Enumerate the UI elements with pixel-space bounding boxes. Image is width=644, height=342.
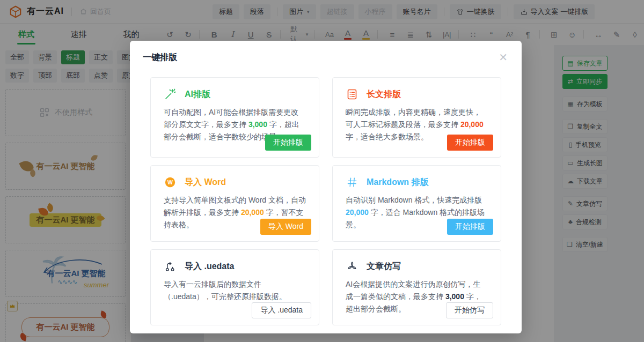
card-description: 导入有一云排版后的数据文件（.uedata），可完整还原排版数据。 [164,278,306,303]
svg-text:W: W [167,179,173,185]
card-title: Markdown 排版 [367,177,429,188]
app-root: 有一云AI 回首页 标题段落图片▾超链接小程序账号名片一键换肤导入文案 一键排版… [0,0,644,342]
card-title: 导入 Word [185,177,226,188]
modal-header: 一键排版 ✕ [130,41,522,71]
modal-card-uedata: 导入 .uedata导入有一云排版后的数据文件（.uedata），可完整还原排版… [150,249,319,325]
close-icon[interactable]: ✕ [495,51,511,64]
modal-card-imitate: 文章仿写AI会根据提供的文案进行伪原创仿写，生成一篇类似的文稿，最多支持 3,0… [332,249,501,325]
imitate-icon [346,260,358,273]
word-limit-value: 20,000 [241,208,264,217]
card-title: 长文排版 [367,89,401,100]
card-header: 导入 .uedata [164,259,306,273]
long-action-button[interactable]: 开始排版 [447,135,493,151]
ai-action-button[interactable]: 开始排版 [265,135,311,151]
card-header: 文章仿写 [346,259,488,273]
word-limit-value: 3,000 [445,292,464,301]
imitate-action-button[interactable]: 开始仿写 [446,302,493,318]
card-title: AI排版 [185,89,210,100]
modal-title: 一键排版 [143,52,177,63]
modal-card-markdown: Markdown 排版自动识别 Markdown 格式，快速完成排版 20,00… [332,165,501,242]
word-icon: W [164,176,177,189]
one-click-layout-modal: 一键排版 ✕ AI排版可自动配图，AI可能会根据排版需要更改部分原文文字，最多支… [130,41,522,333]
modal-card-long: 长文排版瞬间完成排版，内容更精确，速度更快，可人工标记标题及段落，最多支持 20… [332,77,501,158]
card-header: 长文排版 [346,87,488,101]
card-title: 导入 .uedata [185,261,234,272]
word-limit-value: 3,000 [248,120,267,129]
card-header: AI排版 [164,87,306,101]
card-title: 文章仿写 [367,261,401,272]
markdown-action-button[interactable]: 开始排版 [447,219,493,235]
card-header: W导入 Word [164,175,306,189]
word-action-button[interactable]: 导入 Word [260,219,311,235]
word-limit-value: 20,000 [460,120,484,129]
markdown-icon [346,176,358,189]
card-header: Markdown 排版 [346,175,488,189]
uedata-icon [164,260,177,273]
modal-card-word: W导入 Word支持导入简单图文板式的 Word 文档，自动解析并排版，最多支持… [150,165,319,242]
word-limit-value: 20,000 [346,208,369,217]
uedata-action-button[interactable]: 导入 .uedata [252,302,311,318]
ai-icon [164,88,177,101]
modal-card-ai: AI排版可自动配图，AI可能会根据排版需要更改部分原文文字，最多支持 3,000… [150,77,319,158]
long-icon [346,88,358,101]
modal-card-grid: AI排版可自动配图，AI可能会根据排版需要更改部分原文文字，最多支持 3,000… [130,71,522,334]
